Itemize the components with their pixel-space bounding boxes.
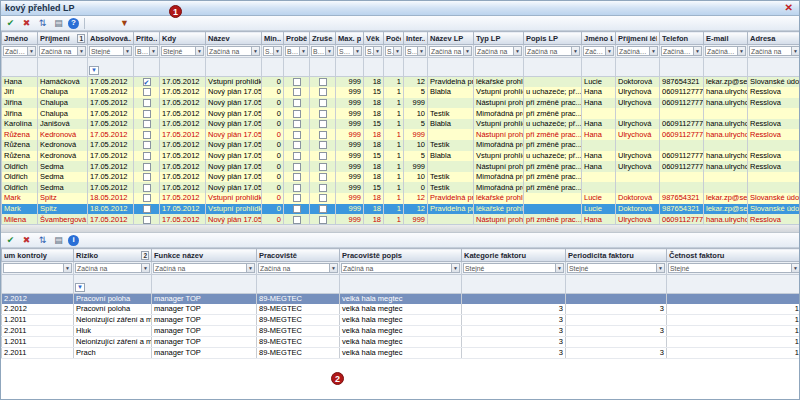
cell-adresa[interactable] bbox=[748, 140, 800, 151]
cell-jmeno-l[interactable] bbox=[582, 182, 616, 193]
lp-grid-row-6[interactable]: RůženaKedronová17.05.201217.05.2012Nový … bbox=[2, 129, 800, 140]
cell-nazev-lp[interactable]: Blabla bbox=[428, 119, 474, 130]
lp-grid-filter-inter[interactable]: Stejné▼ bbox=[404, 45, 428, 58]
checkbox-unchecked-icon[interactable] bbox=[143, 152, 151, 160]
cell-prito[interactable] bbox=[134, 182, 160, 193]
cell-absolvova[interactable]: 17.05.2012 bbox=[88, 119, 134, 130]
lp-grid-header-adresa[interactable]: Adresa bbox=[748, 32, 800, 45]
lp-grid-filter-nazev-lp[interactable]: Začíná na▼ bbox=[428, 45, 474, 58]
cell-popis-lp[interactable]: u uchazeče; př... bbox=[524, 87, 582, 98]
lp-grid-header-poce[interactable]: Poče... bbox=[384, 32, 404, 45]
cell-probeh[interactable] bbox=[284, 151, 310, 162]
cell-poce[interactable]: 1 bbox=[384, 204, 404, 215]
checkbox-unchecked-icon[interactable] bbox=[143, 194, 151, 202]
cell-e-mail[interactable]: hana.ulrycho... bbox=[704, 87, 748, 98]
cell-kdy[interactable]: 17.05.2012 bbox=[160, 161, 206, 172]
checkbox-unchecked-icon[interactable] bbox=[143, 184, 151, 192]
cell-pracoviste-popis[interactable]: velká hala megtec bbox=[340, 294, 462, 305]
cell-popis-lp[interactable]: při změně prac... bbox=[524, 172, 582, 183]
cell-absolvova[interactable]: 17.05.2012 bbox=[88, 172, 134, 183]
cell-telefon[interactable] bbox=[660, 182, 704, 193]
cell-vek[interactable]: 18 bbox=[364, 129, 384, 140]
cell-nazev[interactable]: Nový plán 17.05... bbox=[206, 151, 262, 162]
cell-jmeno-l[interactable]: Hana bbox=[582, 214, 616, 225]
cell-e-mail[interactable] bbox=[704, 182, 748, 193]
cell-popis-lp[interactable] bbox=[524, 77, 582, 88]
cell-nazev[interactable]: Nový plán 17.05... bbox=[206, 140, 262, 151]
risk-grid-filter-funkce-nazev[interactable]: Začíná na▼ bbox=[152, 262, 257, 275]
cell-adresa[interactable]: Resslova bbox=[748, 98, 800, 109]
cell-typ-lp[interactable]: Nástupní prohlí... bbox=[474, 98, 524, 109]
cell-prijmeni-leka[interactable]: Ulrychová bbox=[616, 129, 660, 140]
cell-poce[interactable]: 1 bbox=[384, 140, 404, 151]
risk-grid-filter-kategorie-faktoru[interactable]: Stejné▼ bbox=[462, 262, 566, 275]
cell-absolvova[interactable]: 17.05.2012 bbox=[88, 140, 134, 151]
cell-prito[interactable] bbox=[134, 140, 160, 151]
risk-grid-row-6[interactable]: 2.2011Prachmanager TOP89-MEGTECvelká hal… bbox=[2, 348, 800, 359]
lp-grid-filter-poce[interactable]: Stejné▼ bbox=[384, 45, 404, 58]
cell-um-kontroly[interactable]: 1.2011 bbox=[2, 315, 74, 326]
cell-typ-lp[interactable]: Mimořádná prohl... bbox=[474, 108, 524, 119]
cell-cetnost-faktoru[interactable] bbox=[667, 294, 800, 305]
cell-kdy[interactable]: 17.05.2012 bbox=[160, 108, 206, 119]
cell-pracoviste[interactable]: 89-MEGTEC bbox=[257, 337, 340, 348]
cell-nazev[interactable]: Nový plán 17.05... bbox=[206, 214, 262, 225]
cell-absolvova[interactable]: 17.05.2012 bbox=[88, 214, 134, 225]
checkbox-unchecked-icon[interactable] bbox=[143, 120, 151, 128]
lp-grid-header-jmeno[interactable]: Jméno bbox=[2, 32, 38, 45]
lp-grid-header-nazev-lp[interactable]: Název LP bbox=[428, 32, 474, 45]
risk-grid-row-3[interactable]: 1.2011Neionizující záření a ma...manager… bbox=[2, 315, 800, 326]
cell-prijmeni[interactable]: Chalupa bbox=[38, 108, 88, 119]
cell-jmeno[interactable]: Oldřich bbox=[2, 161, 38, 172]
cell-vek[interactable]: 18 bbox=[364, 77, 384, 88]
cell-pracoviste-popis[interactable]: velká hala megtec bbox=[340, 337, 462, 348]
cell-adresa[interactable]: Resslova bbox=[748, 87, 800, 98]
cell-min[interactable]: 0 bbox=[262, 161, 284, 172]
cell-e-mail[interactable]: lekar.zp@sez... bbox=[704, 193, 748, 204]
lp-grid-header-probeh[interactable]: Proběh... bbox=[284, 32, 310, 45]
lp-grid-filter-prijmeni[interactable]: Začíná na▼ bbox=[38, 45, 88, 58]
cell-popis-lp[interactable]: při změně prac... bbox=[524, 129, 582, 140]
cell-prito[interactable] bbox=[134, 129, 160, 140]
cell-prito[interactable] bbox=[134, 98, 160, 109]
risk-grid-filter-cetnost-faktoru[interactable]: Stejné▼ bbox=[667, 262, 800, 275]
lp-grid-row-5[interactable]: KarolínaJanišová17.05.201217.05.2012Nový… bbox=[2, 119, 800, 130]
cell-telefon[interactable]: 987654321 bbox=[660, 193, 704, 204]
cell-max-po[interactable]: 999 bbox=[336, 172, 364, 183]
cell-jmeno[interactable]: Růžena bbox=[2, 129, 38, 140]
cell-prijmeni[interactable]: Spitz bbox=[38, 193, 88, 204]
cell-um-kontroly[interactable]: 2.2012 bbox=[2, 294, 74, 305]
cell-prijmeni[interactable]: Kedronová bbox=[38, 129, 88, 140]
cell-zruse[interactable] bbox=[310, 182, 336, 193]
cell-prijmeni[interactable]: Hamáčková bbox=[38, 77, 88, 88]
cell-jmeno-l[interactable]: Hana bbox=[582, 151, 616, 162]
lp-grid-row-1[interactable]: HanaHamáčková17.05.2012✔17.05.2012Vstupn… bbox=[2, 77, 800, 88]
cell-kdy[interactable]: 17.05.2012 bbox=[160, 77, 206, 88]
cell-adresa[interactable]: Slovanské údolí bbox=[748, 204, 800, 215]
cell-typ-lp[interactable]: lékařské prohlí... bbox=[474, 77, 524, 88]
cell-telefon[interactable]: 987654321 bbox=[660, 204, 704, 215]
filter-dropdown-icon[interactable]: ▼ bbox=[417, 47, 425, 55]
cell-popis-lp[interactable]: u uchazeče; př... bbox=[524, 151, 582, 162]
cell-prito[interactable] bbox=[134, 151, 160, 162]
cell-prijmeni-leka[interactable]: Doktorová bbox=[616, 204, 660, 215]
cell-jmeno[interactable]: Růžena bbox=[2, 140, 38, 151]
cell-jmeno[interactable]: Karolína bbox=[2, 119, 38, 130]
lp-grid-row-4[interactable]: JiřinaChalupa17.05.201217.05.2012Nový pl… bbox=[2, 108, 800, 119]
cell-nazev-lp[interactable]: Testík bbox=[428, 172, 474, 183]
cell-poce[interactable]: 1 bbox=[384, 182, 404, 193]
cell-e-mail[interactable]: hana.ulrycho... bbox=[704, 161, 748, 172]
cell-prijmeni[interactable]: Chalupa bbox=[38, 98, 88, 109]
cell-nazev-lp[interactable]: Testík bbox=[428, 108, 474, 119]
cell-jmeno[interactable]: Milena bbox=[2, 214, 38, 225]
cell-zruse[interactable] bbox=[310, 161, 336, 172]
cell-probeh[interactable] bbox=[284, 204, 310, 215]
cell-jmeno-l[interactable]: Hana bbox=[582, 119, 616, 130]
cell-max-po[interactable]: 999 bbox=[336, 140, 364, 151]
cell-telefon[interactable] bbox=[660, 172, 704, 183]
cell-prijmeni[interactable]: Sedma bbox=[38, 161, 88, 172]
lp-grid-filter-min[interactable]: Stejné▼ bbox=[262, 45, 284, 58]
cell-typ-lp[interactable]: Nástupní prohlí... bbox=[474, 161, 524, 172]
cell-e-mail[interactable] bbox=[704, 140, 748, 151]
cell-zruse[interactable] bbox=[310, 108, 336, 119]
